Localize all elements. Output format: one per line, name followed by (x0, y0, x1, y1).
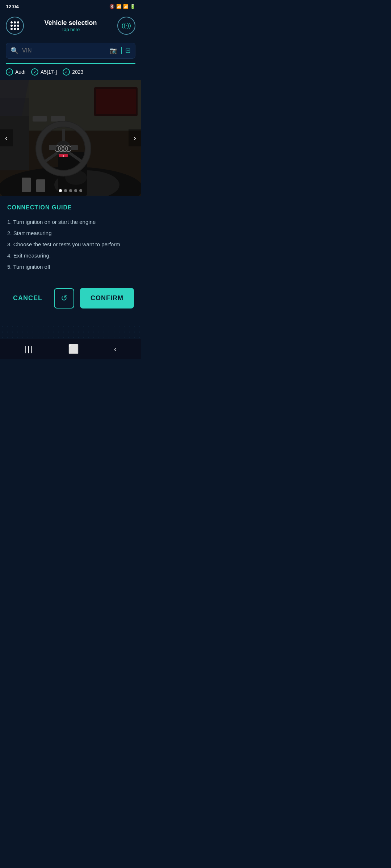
signal-button[interactable]: ((·)) (117, 17, 135, 35)
bottom-nav-bar: ||| ⬜ ‹ (0, 339, 141, 359)
breadcrumb-model-label: A5[17-] (41, 69, 57, 75)
car-image-area: S ‹ › (0, 80, 141, 196)
signal-bars-icon: 📶 (123, 4, 129, 9)
breadcrumbs: ✓ Audi ✓ A5[17-] ✓ 2023 (0, 64, 141, 80)
page-title: Vehicle selection (44, 19, 97, 27)
breadcrumb-make[interactable]: ✓ Audi (6, 68, 25, 76)
status-icons: 🔇 📶 📶 🔋 (109, 4, 135, 9)
guide-step-5: 5. Turn ignition off (7, 263, 134, 271)
status-bar: 12:04 🔇 📶 📶 🔋 (0, 0, 141, 13)
svg-rect-10 (33, 116, 47, 122)
check-icon-year: ✓ (63, 68, 70, 76)
check-icon-make: ✓ (6, 68, 13, 76)
connection-guide: CONNECTION GUIDE 1. Turn ignition on or … (0, 196, 141, 279)
breadcrumb-year[interactable]: ✓ 2023 (63, 68, 83, 76)
svg-rect-29 (49, 145, 56, 150)
wifi-icon: 📶 (116, 4, 122, 9)
svg-rect-12 (22, 178, 31, 192)
image-dot-2[interactable] (64, 189, 67, 192)
refresh-button[interactable]: ↺ (54, 288, 74, 309)
image-dot-5[interactable] (79, 189, 82, 192)
check-icon-model: ✓ (31, 68, 38, 76)
image-dot-1[interactable] (59, 189, 62, 192)
header-tap-label[interactable]: Tap here (44, 27, 97, 32)
camera-icon[interactable]: 📷 (110, 47, 118, 55)
grid-icon (10, 21, 19, 30)
nav-home-icon[interactable]: ⬜ (68, 344, 79, 354)
search-area: 🔍 📷 ⊟ (0, 38, 141, 63)
svg-rect-11 (51, 116, 65, 122)
car-interior-svg: S (0, 80, 141, 196)
status-time: 12:04 (6, 4, 19, 9)
svg-rect-30 (71, 145, 78, 150)
nav-menu-icon[interactable]: ||| (25, 344, 33, 354)
refresh-icon: ↺ (61, 294, 67, 303)
breadcrumb-year-label: 2023 (72, 69, 83, 75)
guide-steps: 1. Turn ignition on or start the engine … (7, 218, 134, 271)
menu-button[interactable] (6, 17, 24, 35)
cancel-button[interactable]: CANCEL (7, 289, 48, 308)
image-dots (59, 189, 82, 192)
confirm-button[interactable]: CONFIRM (80, 288, 134, 309)
image-dot-3[interactable] (69, 189, 72, 192)
image-dot-4[interactable] (74, 189, 77, 192)
search-divider (121, 47, 122, 54)
svg-rect-13 (36, 179, 45, 192)
mute-icon: 🔇 (109, 4, 115, 9)
signal-wave-icon: ((·)) (122, 22, 131, 29)
search-actions: 📷 ⊟ (110, 47, 131, 55)
image-prev-button[interactable]: ‹ (0, 129, 13, 146)
breadcrumb-make-label: Audi (15, 69, 25, 75)
action-buttons: CANCEL ↺ CONFIRM (0, 279, 141, 317)
breadcrumb-model[interactable]: ✓ A5[17-] (31, 68, 57, 76)
guide-step-3: 3. Choose the test or tests you want to … (7, 241, 134, 248)
barcode-icon[interactable]: ⊟ (125, 47, 131, 55)
guide-step-4: 4. Exit measuring. (7, 252, 134, 259)
nav-back-icon[interactable]: ‹ (114, 345, 117, 353)
battery-icon: 🔋 (130, 4, 135, 9)
header: Vehicle selection Tap here ((·)) (0, 13, 141, 38)
dot-pattern-footer (0, 317, 141, 339)
svg-rect-5 (96, 89, 136, 114)
vin-search-input[interactable] (22, 47, 106, 54)
header-center: Vehicle selection Tap here (44, 19, 97, 32)
guide-step-1: 1. Turn ignition on or start the engine (7, 218, 134, 226)
connection-guide-title: CONNECTION GUIDE (7, 204, 134, 211)
guide-step-2: 2. Start measuring (7, 229, 134, 237)
image-next-button[interactable]: › (129, 129, 141, 146)
search-icon: 🔍 (10, 47, 18, 55)
search-bar: 🔍 📷 ⊟ (6, 43, 135, 59)
